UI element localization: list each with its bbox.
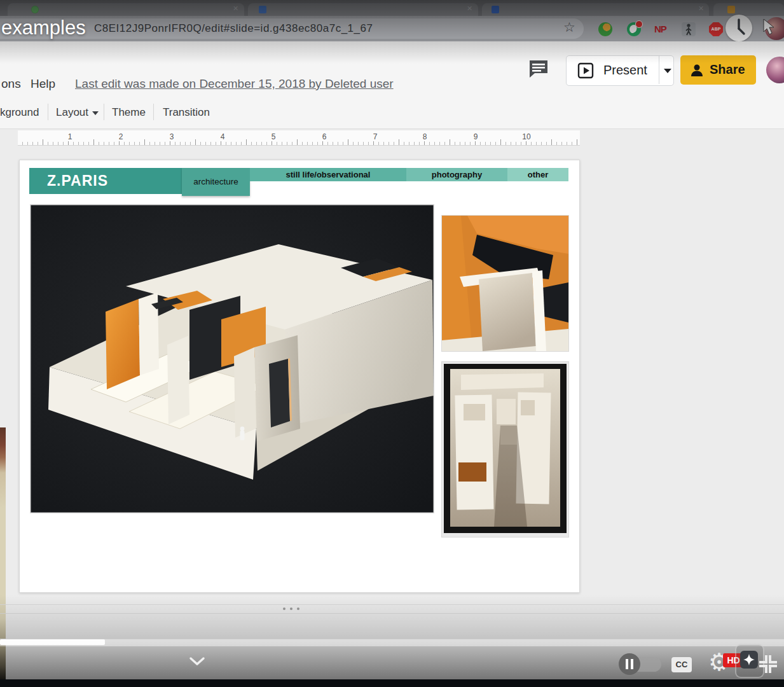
pause-toggle[interactable] — [622, 657, 661, 672]
tab-favicon-1 — [31, 6, 39, 13]
sparkle-icon — [740, 651, 758, 669]
notes-splitter-line — [0, 604, 784, 605]
splitter-handle-dot[interactable] — [283, 607, 285, 610]
last-edit-link[interactable]: Last edit was made on December 15, 2018 … — [75, 77, 394, 91]
exit-fullscreen-icon[interactable] — [758, 654, 778, 674]
extension-globe-icon[interactable] — [598, 22, 612, 36]
toolbar-divider — [48, 104, 48, 120]
browser-toolbar: C8EI12J9PonrIFR0Q/edit#slide=id.g438ec80… — [0, 16, 784, 41]
ruler-number: 5 — [267, 132, 280, 141]
extension-walker-icon[interactable] — [682, 22, 696, 36]
slide-tab-photography: photography — [406, 168, 507, 181]
toolbar-divider — [104, 104, 104, 120]
browser-window: ✕ ✕ ✕ C8EI12J9PonrIFR0Q/edit#slide=id.g4… — [0, 0, 784, 687]
clock-hands — [726, 15, 752, 41]
slide-tab-label: photography — [406, 168, 507, 181]
browser-tab-strip: ✕ ✕ ✕ — [0, 0, 784, 16]
slide-tab-other: other — [507, 168, 568, 181]
tab-favicon-3 — [492, 6, 499, 13]
extension-clock-icon[interactable] — [726, 15, 752, 41]
present-dropdown-caret[interactable] — [664, 69, 671, 73]
tab-favicon-4 — [727, 6, 735, 13]
tab-close-icon[interactable]: ✕ — [698, 4, 704, 13]
present-button[interactable]: Present — [566, 55, 674, 86]
tab-favicon-2 — [259, 6, 266, 13]
browser-tab-1[interactable] — [8, 3, 244, 16]
slide-tab-label: other — [507, 168, 568, 181]
toolbar-theme[interactable]: Theme — [112, 106, 146, 119]
video-letterbox-bar — [0, 679, 784, 687]
horizontal-ruler: 1 2 3 4 5 6 7 8 9 10 — [18, 130, 580, 146]
ruler-number: 3 — [165, 132, 178, 141]
splitter-handle-dot[interactable] — [297, 607, 299, 610]
bookmark-star-icon[interactable]: ☆ — [563, 20, 575, 35]
closed-captions-button[interactable]: CC — [671, 657, 692, 672]
tab-close-icon[interactable]: ✕ — [467, 4, 472, 13]
comment-icon — [528, 59, 549, 78]
video-bottom-gradient — [0, 595, 784, 679]
slide-tab-label: still life/observational — [250, 168, 406, 181]
pause-icon — [626, 659, 633, 669]
ruler-number: 7 — [369, 132, 382, 141]
slide-brand-text: Z.PARIS — [47, 172, 108, 190]
ruler-number: 9 — [469, 132, 482, 141]
chevron-down-icon[interactable] — [189, 656, 205, 667]
mouse-cursor-icon — [762, 19, 776, 36]
extension-abp-icon[interactable]: ABP — [709, 22, 723, 36]
main-model-photo — [30, 204, 434, 513]
detail-photo-topdown — [441, 361, 569, 538]
detail-photo-orange — [441, 215, 569, 352]
extension-ghost-icon[interactable] — [627, 22, 641, 36]
ruler-number: 4 — [216, 132, 229, 141]
extension-np-icon[interactable]: NP — [654, 22, 668, 36]
browser-tab-2[interactable] — [248, 3, 478, 16]
share-label: Share — [710, 62, 745, 77]
present-label: Present — [603, 63, 647, 78]
ruler-number: 2 — [114, 132, 127, 141]
share-button[interactable]: Share — [680, 55, 756, 85]
ruler-number: 10 — [520, 132, 533, 141]
ghost-badge — [635, 20, 643, 28]
toolbar-transition[interactable]: Transition — [163, 106, 210, 119]
slide-tab-still-life: still life/observational — [250, 168, 406, 181]
present-play-icon — [577, 62, 594, 79]
layout-label: Layout — [56, 106, 88, 118]
layout-caret-icon — [92, 111, 99, 115]
video-progress-track[interactable] — [0, 639, 784, 646]
splitter-handle-dot[interactable] — [290, 607, 292, 610]
walker-figure — [682, 22, 696, 36]
browser-tab-3[interactable] — [482, 3, 709, 16]
slides-profile-avatar[interactable] — [766, 57, 784, 83]
menu-item-help[interactable]: Help — [31, 77, 55, 91]
present-divider — [659, 56, 659, 84]
browser-tab-4[interactable] — [713, 3, 784, 16]
page-url[interactable]: C8EI12J9PonrIFR0Q/edit#slide=id.g438ec80… — [94, 22, 373, 35]
slides-header: ons Help Last edit was made on December … — [0, 41, 784, 129]
ruler-number: 8 — [418, 132, 431, 141]
video-title-overlay: examples — [1, 17, 86, 39]
pause-knob — [619, 653, 640, 675]
video-progress-played — [0, 639, 105, 645]
slide-tab-architecture: architecture — [182, 168, 250, 196]
toolbar-divider — [153, 104, 154, 120]
share-person-icon — [691, 64, 706, 76]
ruler-number: 1 — [64, 132, 76, 141]
sparkle-bubble — [740, 651, 758, 669]
slide-tab-label: architecture — [182, 177, 250, 186]
notes-splitter-line — [0, 613, 784, 614]
toolbar-background-partial[interactable]: kground — [0, 106, 39, 119]
comments-button[interactable] — [528, 59, 549, 78]
toolbar-layout[interactable]: Layout — [56, 106, 99, 119]
tab-close-icon[interactable]: ✕ — [233, 4, 238, 13]
menu-item-addons-partial[interactable]: ons — [1, 77, 21, 91]
slide-brand-box: Z.PARIS — [29, 168, 182, 194]
slide-canvas[interactable]: Z.PARIS architecture still life/observat… — [19, 160, 580, 593]
ruler-number: 6 — [318, 132, 331, 141]
